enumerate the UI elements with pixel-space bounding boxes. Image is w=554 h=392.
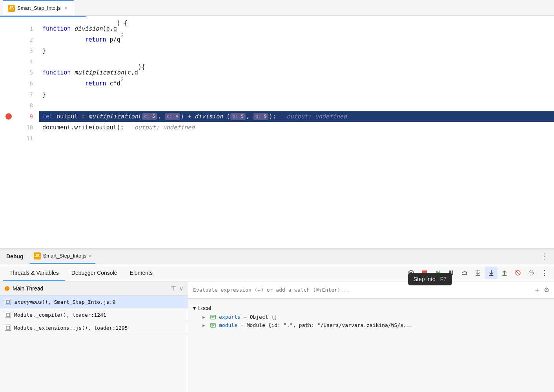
var-module-name: module: [219, 322, 237, 328]
variables-tree: ▾ Local ▶ exports = Object {}: [188, 299, 554, 392]
stack-frame-0[interactable]: anonymous(), Smart_Step_Into.js:9: [0, 296, 188, 309]
debug-tab-close-btn[interactable]: ×: [89, 253, 91, 259]
stack-frame-icon-0: [5, 299, 11, 305]
step-into-button[interactable]: [485, 267, 498, 279]
tab-elements[interactable]: Elements: [124, 264, 159, 281]
thread-status-dot: [5, 286, 9, 291]
code-line-1: function division(p,q) {: [39, 23, 554, 34]
line-numbers: 1 2 3 4 5 6 7 8 9 10 11: [16, 17, 39, 248]
var-exports-chevron: ▶: [202, 314, 207, 320]
line-num-9: 9: [16, 111, 33, 122]
code-line-8: [39, 100, 554, 111]
local-variables-section: ▾ Local ▶ exports = Object {}: [188, 302, 554, 331]
tab-label: Smart_Step_Into.js: [17, 5, 61, 11]
line-num-3: 3: [16, 45, 33, 56]
line-num-6: 6: [16, 78, 33, 89]
tab-close-button[interactable]: ×: [63, 5, 69, 12]
step-into-streams-button[interactable]: [472, 267, 484, 279]
thread-expand-icon[interactable]: ∨: [179, 285, 183, 292]
line-num-4: 4: [16, 56, 33, 67]
var-module-val: Module {id: ".", path: "/Users/varvara.z…: [247, 322, 413, 328]
svg-rect-18: [6, 300, 9, 303]
rerun-button[interactable]: [405, 267, 417, 279]
more-options-button[interactable]: ⋮: [538, 267, 551, 279]
tab-debugger-console-label: Debugger Console: [71, 270, 117, 276]
resume-button[interactable]: [432, 267, 444, 279]
svg-marker-2: [436, 270, 440, 275]
svg-rect-1: [422, 270, 427, 275]
pause-button[interactable]: [445, 267, 457, 279]
debug-file-tab[interactable]: JS Smart_Step_Into.js ×: [30, 249, 96, 264]
code-line-7: }: [39, 89, 554, 100]
mute-breakpoints-button[interactable]: [512, 267, 524, 279]
eval-bar: ＋ ⚙: [188, 281, 554, 299]
stack-frame-1[interactable]: Module._compile(), loader:1241: [0, 309, 188, 321]
code-lines: function division(p,q) { return p/q; } f…: [39, 17, 554, 248]
var-module-chevron: ▶: [202, 323, 207, 328]
line-num-10: 10: [16, 122, 33, 133]
debug-panel: Debug JS Smart_Step_Into.js × ⋮ Threads …: [0, 248, 554, 392]
stack-frame-icon-2: [5, 325, 11, 331]
debug-tab-js-icon: JS: [34, 252, 41, 260]
line-num-11: 11: [16, 133, 33, 144]
code-line-5: function multiplication(c,d){: [39, 67, 554, 78]
local-chevron-icon: ▾: [193, 305, 196, 311]
stack-frame-text-0: anonymous(), Smart_Step_Into.js:9: [14, 299, 115, 305]
debug-more-button[interactable]: ⋮: [538, 252, 551, 261]
line-num-1: 1: [16, 23, 33, 34]
tab-bar: JS Smart_Step_Into.js ×: [0, 0, 554, 16]
step-out-button[interactable]: [498, 267, 511, 279]
var-exports-name: exports: [219, 314, 241, 320]
code-line-11: [39, 133, 554, 144]
stack-frame-icon-1: [5, 312, 11, 318]
var-exports-icon: [210, 314, 216, 320]
stop-button[interactable]: [418, 267, 431, 279]
var-module-eq: =: [241, 322, 244, 328]
svg-rect-3: [439, 270, 440, 275]
editor-area: 1 2 3 4 5 6 7 8 9 10 11 function divisio…: [0, 17, 554, 248]
var-module-icon: [210, 323, 216, 328]
var-exports[interactable]: ▶ exports = Object {}: [193, 313, 549, 321]
variables-panel: ＋ ⚙ ▾ Local ▶: [188, 281, 554, 392]
debug-top-bar: Debug JS Smart_Step_Into.js × ⋮: [0, 249, 554, 264]
tab-elements-label: Elements: [130, 270, 153, 276]
line-num-7: 7: [16, 89, 33, 100]
threads-panel: Main Thread ⊤ ∨ anonymous(), Smart_Step_…: [0, 281, 188, 392]
eval-add-watch-button[interactable]: ＋: [534, 285, 541, 295]
stack-frame-text-2: Module._extensions..js(), loader:1295: [14, 325, 128, 331]
stack-frame-2[interactable]: Module._extensions..js(), loader:1295: [0, 321, 188, 334]
stack-frame-text-1: Module._compile(), loader:1241: [14, 312, 106, 318]
svg-rect-5: [452, 270, 453, 275]
breakpoint-line9[interactable]: [5, 113, 12, 120]
code-line-9: let output = multiplication(c: 5, d: 4) …: [39, 111, 554, 122]
debug-label: Debug: [3, 253, 27, 260]
code-line-10: document.write(output); output: undefine…: [39, 122, 554, 133]
var-exports-val: Object {}: [250, 314, 277, 320]
local-section-header[interactable]: ▾ Local: [193, 303, 549, 313]
svg-rect-4: [449, 270, 451, 275]
thread-name: Main Thread: [13, 285, 168, 292]
eval-settings-icon[interactable]: ⚙: [544, 286, 549, 294]
code-line-3: }: [39, 45, 554, 56]
local-label: Local: [198, 305, 211, 311]
code-line-2: return p/q;: [39, 34, 554, 45]
var-exports-eq: =: [244, 314, 247, 320]
line-num-5: 5: [16, 67, 33, 78]
debug-tab-label: Smart_Step_Into.js: [43, 253, 87, 259]
svg-point-0: [410, 272, 412, 274]
tab-debugger-console[interactable]: Debugger Console: [65, 264, 124, 281]
js-file-icon: JS: [8, 5, 15, 12]
var-module[interactable]: ▶ module = Module {id: ".", path: "/User…: [193, 321, 549, 329]
editor-tab[interactable]: JS Smart_Step_Into.js ×: [3, 0, 74, 15]
step-over-button[interactable]: [458, 267, 471, 279]
debug-content: Main Thread ⊤ ∨ anonymous(), Smart_Step_…: [0, 281, 554, 392]
debug-toolbar: ⋮: [405, 267, 551, 279]
clear-button[interactable]: [525, 267, 538, 279]
thread-header: Main Thread ⊤ ∨: [0, 281, 188, 296]
tab-threads-variables[interactable]: Threads & Variables: [3, 264, 65, 281]
thread-filter-icon[interactable]: ⊤: [171, 285, 176, 292]
svg-rect-20: [6, 326, 9, 329]
breakpoint-gutter: [0, 17, 16, 248]
eval-input[interactable]: [193, 287, 530, 293]
code-line-4: [39, 56, 554, 67]
